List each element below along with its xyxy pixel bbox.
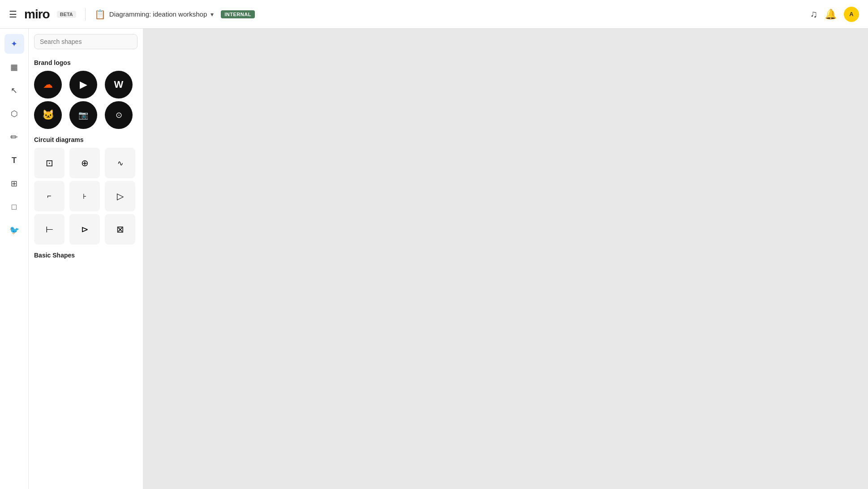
bird-tool[interactable]: 🐦 [4, 220, 24, 240]
music-icon[interactable]: ♫ [810, 9, 818, 20]
internal-badge: INTERNAL [221, 10, 255, 18]
notification-icon[interactable]: 🔔 [825, 9, 837, 20]
pen-tool[interactable]: ✏ [4, 127, 24, 147]
brand-logos-grid: ☁ ▶ W 🐱 📷 ⊙ [34, 71, 138, 129]
circuit-shape-6[interactable]: ▷ [105, 181, 135, 211]
board-icon: 📋 [95, 9, 106, 20]
circuit-shape-8[interactable]: ⊳ [69, 214, 100, 244]
board-title: Diagramming: ideation workshop [109, 10, 207, 18]
circuit-shape-7[interactable]: ⊢ [34, 214, 64, 244]
wordpress-shape[interactable]: W [105, 71, 133, 99]
youtube-shape[interactable]: ▶ [69, 71, 97, 99]
instagram-shape[interactable]: 📷 [69, 101, 97, 129]
circuit-shape-4[interactable]: ⌐ [34, 181, 64, 211]
sticky-tool[interactable]: □ [4, 197, 24, 217]
camera-shape[interactable]: ⊙ [105, 101, 133, 129]
basic-shapes-title: Basic Shapes [34, 252, 138, 259]
text-tool[interactable]: T [4, 150, 24, 170]
board-title-area[interactable]: 📋 Diagramming: ideation workshop ▾ [95, 9, 214, 20]
circuit-diagrams-grid: ⊡ ⊕ ∿ ⌐ ⊦ ▷ ⊢ ⊳ ⊠ [34, 148, 138, 244]
circuit-shape-3[interactable]: ∿ [105, 148, 135, 178]
topbar: ☰ miro BETA 📋 Diagramming: ideation work… [0, 0, 868, 29]
miro-logo: miro [24, 7, 50, 21]
circuit-shape-2[interactable]: ⊕ [69, 148, 100, 178]
circuit-diagrams-title: Circuit diagrams [34, 136, 138, 143]
sparkle-tool[interactable]: ✦ [4, 34, 24, 54]
divider [85, 8, 86, 21]
avatar[interactable]: A [844, 7, 859, 22]
canvas-area[interactable] [143, 29, 868, 489]
beta-badge: BETA [57, 11, 76, 18]
topbar-right: ♫ 🔔 A [810, 7, 859, 22]
soundcloud-shape[interactable]: ☁ [34, 71, 62, 99]
chevron-down-icon: ▾ [211, 11, 214, 18]
search-input[interactable] [34, 34, 138, 49]
shapes-panel: Brand logos ☁ ▶ W 🐱 📷 ⊙ Circuit diagrams… [29, 29, 143, 489]
menu-icon[interactable]: ☰ [9, 9, 17, 20]
table-tool[interactable]: ⊞ [4, 174, 24, 193]
github-shape[interactable]: 🐱 [34, 101, 62, 129]
grid-tool[interactable]: ▦ [4, 57, 24, 77]
circuit-shape-5[interactable]: ⊦ [69, 181, 100, 211]
left-toolbar: ✦ ▦ ↖ ⬡ ✏ T ⊞ □ 🐦 [0, 29, 29, 489]
brand-logos-title: Brand logos [34, 59, 138, 66]
shapes-tool[interactable]: ⬡ [4, 104, 24, 124]
circuit-shape-9[interactable]: ⊠ [105, 214, 135, 244]
circuit-shape-1[interactable]: ⊡ [34, 148, 64, 178]
cursor-tool[interactable]: ↖ [4, 81, 24, 100]
